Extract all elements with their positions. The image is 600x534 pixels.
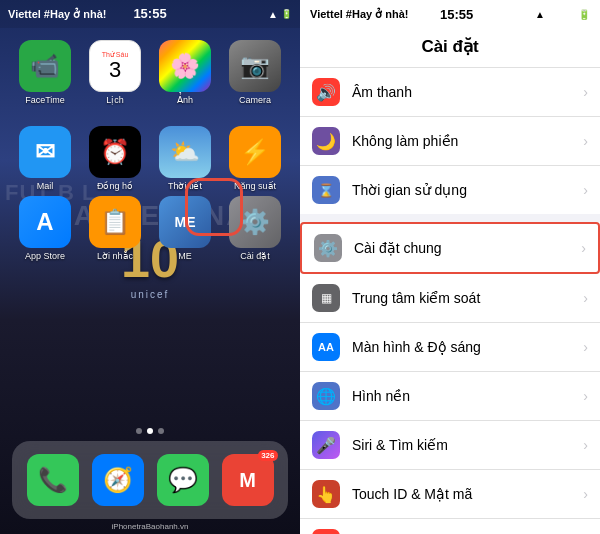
dnd-label: Không làm phiền [352,133,583,149]
app-appstore[interactable]: A App Store [12,196,78,261]
settings-item-general[interactable]: ⚙️ Cài đặt chung › [300,222,600,274]
dnd-chevron: › [583,133,588,149]
phone-icon: 📞 [27,454,79,506]
third-app-row: A App Store 📋 Lời nhắc ME ME ⚙️ Cài đặt [0,188,300,269]
dnd-icon: 🌙 [312,127,340,155]
settings-time: 15:55 [440,7,473,22]
facetime-label: FaceTime [25,95,65,105]
reminders-icon: 📋 [89,196,141,248]
me-label: ME [178,251,192,261]
touchid-label: Touch ID & Mật mã [352,486,583,502]
app-reminders[interactable]: 📋 Lời nhắc [82,196,148,261]
settings-status-icons: ▲ 15:55 🔋 [535,9,590,20]
app-calendar[interactable]: Thứ Sáu 3 Lịch [82,40,148,105]
app-photos[interactable]: 🌸 Ảnh [152,40,218,105]
screentime-icon: ⌛ [312,176,340,204]
general-icon: ⚙️ [314,234,342,262]
sos-icon: SOS [312,529,340,534]
general-chevron: › [581,240,586,256]
controlcenter-icon: ▦ [312,284,340,312]
photos-label: Ảnh [177,95,193,105]
display-label: Màn hình & Độ sáng [352,339,583,355]
unicef-text: unicef [131,289,170,300]
top-app-row: 📹 FaceTime Thứ Sáu 3 Lịch 🌸 Ảnh 📷 Camera [0,32,300,113]
dock-gmail[interactable]: M 326 [222,454,274,506]
siri-chevron: › [583,437,588,453]
settings-item-touchid[interactable]: 👆 Touch ID & Mật mã › [300,470,600,519]
siri-label: Siri & Tìm kiếm [352,437,583,453]
gmail-icon: M [222,454,274,506]
screentime-label: Thời gian sử dụng [352,182,583,198]
screentime-chevron: › [583,182,588,198]
gmail-badge: 326 [258,450,277,461]
settings-item-screen-time[interactable]: ⌛ Thời gian sử dụng › [300,166,600,214]
calendar-label: Lịch [106,95,124,105]
battery-icon: 🔋 [281,9,292,19]
carrier-text: Viettel #Hay ở nhà! [8,8,107,21]
settings-item-am-thanh[interactable]: 🔊 Âm thanh › [300,68,600,117]
appstore-icon: A [19,196,71,248]
settings-label: Cài đặt [240,251,270,261]
wallpaper-icon: 🌐 [312,382,340,410]
settings-header: Cài đặt [300,28,600,68]
display-chevron: › [583,339,588,355]
settings-carrier: Viettel #Hay ở nhà! [310,8,409,21]
divider-1 [300,214,600,222]
am-thanh-label: Âm thanh [352,84,583,100]
dot-2 [147,428,153,434]
weather-icon: ⛅ [159,126,211,178]
wallpaper-label: Hình nền [352,388,583,404]
dot-1 [136,428,142,434]
controlcenter-label: Trung tâm kiểm soát [352,290,583,306]
app-clock[interactable]: ⏰ Đồng hồ [82,126,148,191]
settings-item-khong-lam-phien[interactable]: 🌙 Không làm phiền › [300,117,600,166]
facetime-icon: 📹 [19,40,71,92]
app-facetime[interactable]: 📹 FaceTime [12,40,78,105]
app-dock: 📞 🧭 💬 M 326 [12,441,288,519]
display-icon: AA [312,333,340,361]
settings-item-siri[interactable]: 🎤 Siri & Tìm kiếm › [300,421,600,470]
settings-section-general: ⚙️ Cài đặt chung › ▦ Trung tâm kiểm soát… [300,222,600,534]
settings-battery-icon: 🔋 [578,9,590,20]
dock-phone[interactable]: 📞 [27,454,79,506]
settings-panel: Viettel #Hay ở nhà! ▲ 15:55 🔋 Cài đặt 🔊 … [300,0,600,534]
camera-icon: 📷 [229,40,281,92]
touchid-icon: 👆 [312,480,340,508]
settings-signal-icon: ▲ [535,9,545,20]
second-app-row: ✉ Mail ⏰ Đồng hồ ⛅ Thời tiết ⚡ Năng suất [0,118,300,199]
time-display: 15:55 [133,6,166,21]
safari-icon: 🧭 [92,454,144,506]
settings-item-control-center[interactable]: ▦ Trung tâm kiểm soát › [300,274,600,323]
page-indicators [0,428,300,434]
siri-icon: 🎤 [312,431,340,459]
dot-3 [158,428,164,434]
watermark-text: iPhonetraBaohanh.vn [0,522,300,531]
touchid-chevron: › [583,486,588,502]
messages-icon: 💬 [157,454,209,506]
controlcenter-chevron: › [583,290,588,306]
settings-item-wallpaper[interactable]: 🌐 Hình nền › [300,372,600,421]
settings-highlight-border [185,178,243,236]
dock-messages[interactable]: 💬 [157,454,209,506]
dock-safari[interactable]: 🧭 [92,454,144,506]
am-thanh-chevron: › [583,84,588,100]
cal-date: 3 [109,59,121,81]
clock-icon: ⏰ [89,126,141,178]
app-camera[interactable]: 📷 Camera [222,40,288,105]
settings-item-display[interactable]: AA Màn hình & Độ sáng › [300,323,600,372]
calendar-icon: Thứ Sáu 3 [89,40,141,92]
am-thanh-icon: 🔊 [312,78,340,106]
reminders-label: Lời nhắc [97,251,133,261]
settings-list: 🔊 Âm thanh › 🌙 Không làm phiền › ⌛ Thời … [300,68,600,534]
settings-item-sos[interactable]: SOS SOS khẩn cấp › [300,519,600,534]
general-label: Cài đặt chung [354,240,581,256]
home-screen: FUT B L BARCELONA 10 unicef Viettel #Hay… [0,0,300,534]
signal-icon: ▲ [268,9,278,20]
app-mail[interactable]: ✉ Mail [12,126,78,191]
settings-section-notifications: 🔊 Âm thanh › 🌙 Không làm phiền › ⌛ Thời … [300,68,600,214]
status-icons: ▲ 🔋 [268,9,292,20]
settings-page-title: Cài đặt [421,37,478,56]
productivity-icon: ⚡ [229,126,281,178]
wallpaper-chevron: › [583,388,588,404]
camera-label: Camera [239,95,271,105]
